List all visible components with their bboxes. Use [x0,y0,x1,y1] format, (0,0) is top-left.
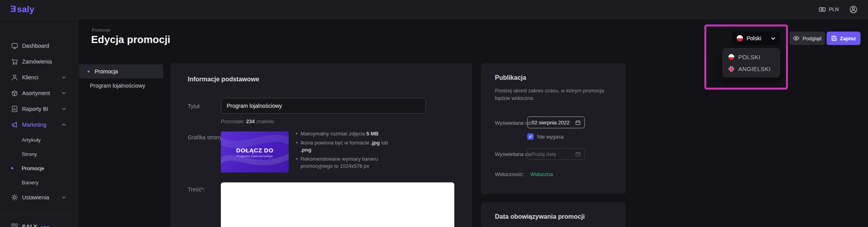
sidebar-item-dashboard[interactable]: Dashboard [0,38,78,54]
preview-button-label: Podgląd [803,36,821,41]
requirement-item: Rekomendowane wymiary baneru promocyjneg… [295,156,397,170]
preview-button[interactable]: Podgląd [790,32,825,45]
no-expiry-checkbox[interactable]: ✓ [527,133,534,140]
dashboard-icon [11,42,18,49]
app-logo-text: saly [17,4,34,15]
banner-subtitle-text: Programu lojalnościowego [237,155,273,158]
visibility-status-value: Widoczna [530,171,553,177]
chevron-down-icon [62,196,66,199]
poland-flag-icon [728,54,734,60]
sidebar-item-reports[interactable]: Raporty BI [0,101,78,117]
sidebar-item-customers[interactable]: Klienci [0,69,78,85]
sidebar-item-assortment[interactable]: Asortyment [0,85,78,101]
content-rich-text-editor[interactable] [221,182,454,227]
no-expiry-label: Nie wygasa [537,134,564,140]
tab-label: Program lojalnościowy [90,83,145,89]
app-logo[interactable]: Ǝ saly [10,4,35,15]
promotion-section-nav: Promocja Program lojalnościowy [79,64,163,93]
requirement-item: Maksymalny rozmiar zdjęcia 5 MB [295,130,397,137]
upload-requirements-list: Maksymalny rozmiar zdjęcia 5 MB Ikona po… [295,130,397,172]
apps-grid-icon [11,223,18,227]
displayed-to-label: Wyświetlana do: [495,151,532,157]
sidebar-subitem-promotions[interactable]: Promocje [0,161,78,175]
card-title: Publikacja [495,74,526,81]
language-option-label: ANGIELSKI [738,66,771,72]
person-icon [11,74,18,81]
sidebar-item-settings[interactable]: Ustawienia [0,189,78,205]
sidebar: Dashboard Zamówienia Klienci Asortyment … [0,19,78,227]
language-option-polish[interactable]: POLSKI [723,51,780,63]
sidebar-subitem-label: Strony [22,151,37,157]
chars-remaining-text: Pozostało: 234 znaków. [221,118,275,124]
sidebar-item-label: Klienci [22,74,38,81]
promo-banner-thumbnail[interactable]: DOŁĄCZ DO Programu lojalnościowego [221,131,289,173]
megaphone-icon [11,121,18,128]
gear-icon [11,194,18,201]
sidebar-subitem-pages[interactable]: Strony [0,147,78,161]
save-floppy-icon [831,36,837,41]
card-title: Informacje podstawowe [188,76,259,83]
sidebar-subitem-articles[interactable]: Artykuły [0,133,78,147]
breadcrumb[interactable]: Promocje [92,28,110,32]
chevron-down-icon [62,108,66,110]
chevron-up-icon [62,124,66,126]
card-title: Data obowiązywania promocji [495,213,585,220]
uk-flag-icon [728,66,734,72]
language-option-label: POLSKI [738,54,760,60]
displayed-from-date-field[interactable]: 02 sierpnia 2022 [527,116,585,128]
topbar: Ǝ saly PLN [0,0,868,19]
currency-label: PLN [829,6,839,12]
sidebar-divider [0,214,78,215]
basic-info-card: Informacje podstawowe Tytuł Pozostało: 2… [170,63,472,227]
box-icon [11,90,18,97]
eye-icon [793,36,799,41]
chevron-down-icon [62,92,66,94]
displayed-to-date-field[interactable]: Podaj datę [527,148,585,160]
account-button[interactable] [849,5,858,14]
cart-icon [11,58,18,65]
sidebar-subitem-label: Banery [22,180,39,186]
saly-logo-icon: Ǝ [10,4,16,14]
tab-label: Promocja [95,68,118,75]
calendar-icon [575,152,581,157]
title-field-label: Tytuł [188,103,200,109]
sidebar-footer-label: SALY [22,223,37,227]
more-dots-icon: ••• [41,223,50,227]
sidebar-footer-saly[interactable]: SALY ••• [0,219,78,227]
publication-card: Publikacja Poniżej określ zakres czasu, … [481,63,626,194]
sidebar-item-label: Marketing [22,122,46,128]
banner-title-text: DOŁĄCZ DO [236,147,274,154]
sidebar-subitem-banners[interactable]: Banery [0,175,78,189]
date-from-value: 02 sierpnia 2022 [532,120,569,126]
save-button[interactable]: Zapisz [827,32,861,45]
sidebar-item-label: Ustawienia [22,194,49,201]
date-to-placeholder: Podaj datę [532,151,556,157]
language-option-english[interactable]: ANGIELSKI [723,63,780,75]
graphic-field-label: Grafika strony*: [188,134,226,141]
sidebar-item-orders[interactable]: Zamówienia [0,54,78,69]
user-avatar-icon [849,5,858,14]
title-input[interactable] [221,98,426,114]
content-field-label: Treść*: [188,186,205,193]
currency-selector[interactable]: PLN [819,6,839,13]
sidebar-item-marketing[interactable]: Marketing [0,117,78,133]
sidebar-item-label: Asortyment [22,90,50,96]
page-title: Edycja promocji [91,34,170,46]
tab-loyalty-program[interactable]: Program lojalnościowy [79,79,163,93]
sidebar-subitem-label: Artykuły [22,137,41,143]
requirement-item: Ikona powinna być w formacie .jpg lub .p… [295,139,397,154]
topbar-right: PLN [819,5,858,14]
sidebar-item-label: Zamówienia [22,58,52,65]
language-selector-button[interactable]: Polski [732,32,780,45]
language-dropdown: POLSKI ANGIELSKI [722,48,780,77]
sidebar-item-label: Dashboard [22,43,49,49]
promo-validity-card: Data obowiązywania promocji [481,202,626,227]
banknote-icon [819,6,826,13]
chevron-down-icon [771,37,775,40]
sidebar-item-label: Raporty BI [22,106,48,112]
save-button-label: Zapisz [840,36,856,41]
sidebar-subitem-label: Promocje [22,165,44,171]
chevron-down-icon [62,76,66,79]
tab-promotion[interactable]: Promocja [79,64,163,79]
publication-description: Poniżej określ zakres czasu, w którym pr… [495,87,613,102]
